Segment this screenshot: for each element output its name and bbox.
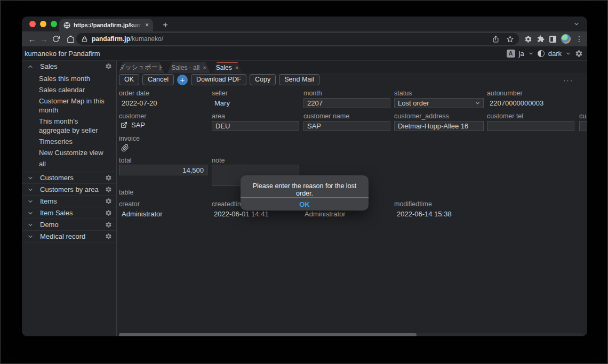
app-header-controls: A ja dark — [507, 50, 583, 58]
field-value-order-date: 2022-07-20 — [122, 99, 157, 107]
close-icon[interactable]: × — [203, 64, 206, 71]
chevron-down-icon[interactable] — [27, 187, 34, 193]
sidebar-group-demo: Demo — [22, 219, 116, 231]
view-tab-label: ダッシュボード — [118, 63, 164, 72]
gear-icon[interactable] — [105, 209, 112, 216]
customer-link[interactable]: SAP — [121, 121, 145, 129]
browser-menu-icon[interactable]: ⋮ — [575, 35, 583, 43]
sidebar-group-label[interactable]: Item Sales — [40, 209, 105, 217]
reload-button[interactable] — [52, 35, 60, 43]
url-domain: pandafirm.jp — [92, 35, 130, 43]
tab-search-chevron-icon[interactable] — [573, 21, 580, 27]
sidebar-group-header-sales[interactable]: Sales — [22, 61, 116, 72]
scrollbar-thumb[interactable] — [119, 333, 417, 336]
browser-tab[interactable]: https://pandafirm.jp/kumaneko × — [59, 19, 153, 31]
sidebar-item-sales-calendar[interactable]: Sales calendar — [22, 84, 116, 95]
sidebar-item-sales-this-month[interactable]: Sales this month — [22, 73, 116, 84]
address-bar[interactable]: pandafirm.jp/kumaneko/ — [76, 33, 519, 45]
send-mail-button[interactable]: Send Mail — [279, 74, 319, 85]
customer-address-input[interactable] — [394, 121, 484, 131]
cancel-button[interactable]: Cancel — [142, 74, 174, 85]
gear-icon[interactable] — [105, 221, 112, 228]
sidebar-item-customer-map[interactable]: Customer Map in this month — [22, 95, 116, 116]
gear-icon[interactable] — [105, 198, 112, 205]
sidebar-item-new-customize-view[interactable]: New Customize view — [22, 147, 116, 158]
gear-icon[interactable] — [105, 174, 112, 181]
extensions-puzzle-icon[interactable] — [537, 35, 545, 43]
download-pdf-button[interactable]: Download PDF — [191, 74, 246, 85]
field-label-autonumber: autonumber — [487, 90, 523, 97]
close-icon[interactable]: × — [235, 64, 238, 71]
chevron-down-icon[interactable] — [565, 51, 571, 56]
external-link-icon[interactable] — [121, 122, 127, 128]
field-value-creator: Administrator — [122, 210, 163, 218]
view-tab-sales-all[interactable]: Sales - all × — [167, 62, 210, 73]
sidebar-item-month-aggregate[interactable]: This month's aggregate by seller — [22, 116, 116, 136]
dialog-ok-button[interactable]: OK — [241, 198, 369, 211]
customer-tel-input[interactable] — [487, 121, 574, 131]
chevron-down-icon[interactable] — [27, 233, 34, 240]
add-plus-button[interactable]: + — [177, 75, 188, 85]
sidebar-group-customers: Customers — [22, 172, 116, 184]
sidebar-group-header-customers-by-area[interactable]: Customers by area — [22, 184, 116, 195]
forward-button[interactable]: → — [38, 35, 50, 43]
sidebar-group-label[interactable]: Customers by area — [40, 185, 105, 193]
active-tab-accent — [217, 62, 238, 63]
zoom-window-button[interactable] — [51, 21, 57, 27]
sidebar-group-label[interactable]: Medical record — [40, 232, 105, 240]
sidebar-group-header-demo[interactable]: Demo — [22, 219, 116, 230]
customer-name-input[interactable] — [303, 121, 390, 131]
minimize-window-button[interactable] — [40, 21, 46, 27]
field-value-customer[interactable]: SAP — [131, 121, 145, 129]
sidebar-item-timeseries[interactable]: Timeseries — [22, 136, 116, 147]
chevron-down-icon[interactable] — [27, 222, 34, 228]
globe-icon — [63, 22, 70, 29]
lock-icon — [82, 36, 87, 42]
sidebar-item-all[interactable]: all — [22, 158, 116, 169]
sidebar-group-header-customers[interactable]: Customers — [22, 172, 116, 183]
settings-gear-icon[interactable] — [524, 35, 532, 43]
field-label-total: total — [119, 157, 132, 164]
more-options-icon[interactable]: ··· — [563, 76, 573, 84]
chevron-down-icon[interactable] — [27, 175, 34, 181]
clipped-column-input[interactable] — [579, 121, 587, 131]
field-value-autonumber: 22070000000003 — [490, 99, 543, 107]
sidebar-group-label[interactable]: Items — [40, 197, 105, 205]
gear-icon[interactable] — [105, 233, 112, 240]
side-panel-icon[interactable] — [549, 36, 556, 43]
total-input[interactable] — [119, 165, 207, 175]
chevron-down-icon[interactable] — [27, 198, 34, 205]
share-icon[interactable] — [492, 36, 499, 43]
copy-button[interactable]: Copy — [250, 74, 276, 85]
home-button[interactable] — [67, 35, 75, 43]
new-tab-button[interactable]: + — [159, 19, 171, 31]
sidebar-group-label[interactable]: Demo — [40, 221, 105, 229]
paperclip-icon[interactable] — [121, 144, 129, 152]
screenshot-canvas: https://pandafirm.jp/kumaneko × + ← → pa… — [0, 0, 608, 364]
sidebar-group-header-items[interactable]: Items — [22, 196, 116, 207]
horizontal-scrollbar[interactable] — [119, 333, 583, 336]
view-tab-dashboard[interactable]: ダッシュボード — [118, 62, 164, 73]
language-selector[interactable]: ja — [519, 50, 524, 58]
sidebar-group-label[interactable]: Sales — [40, 62, 105, 70]
close-window-button[interactable] — [29, 21, 36, 27]
sidebar-group-header-medical-record[interactable]: Medical record — [22, 231, 116, 242]
sidebar-group-label[interactable]: Customers — [40, 174, 105, 182]
app-settings-gear-icon[interactable] — [575, 50, 583, 58]
chevron-up-icon[interactable] — [27, 63, 34, 70]
bookmark-star-icon[interactable] — [507, 36, 514, 43]
status-select[interactable]: Lost order — [394, 98, 484, 108]
profile-avatar[interactable] — [561, 34, 571, 44]
back-button[interactable]: ← — [26, 35, 38, 43]
sidebar-group-header-item-sales[interactable]: Item Sales — [22, 207, 116, 219]
chevron-down-icon[interactable] — [27, 210, 34, 216]
tab-close-icon[interactable]: × — [145, 22, 149, 28]
gear-icon[interactable] — [105, 63, 112, 70]
view-tab-sales[interactable]: Sales × — [212, 62, 242, 73]
ok-button[interactable]: OK — [119, 74, 139, 85]
gear-icon[interactable] — [105, 186, 112, 193]
theme-selector[interactable]: dark — [548, 50, 562, 58]
chevron-down-icon[interactable] — [528, 51, 534, 56]
area-input[interactable] — [212, 121, 299, 131]
month-input[interactable] — [303, 98, 390, 108]
